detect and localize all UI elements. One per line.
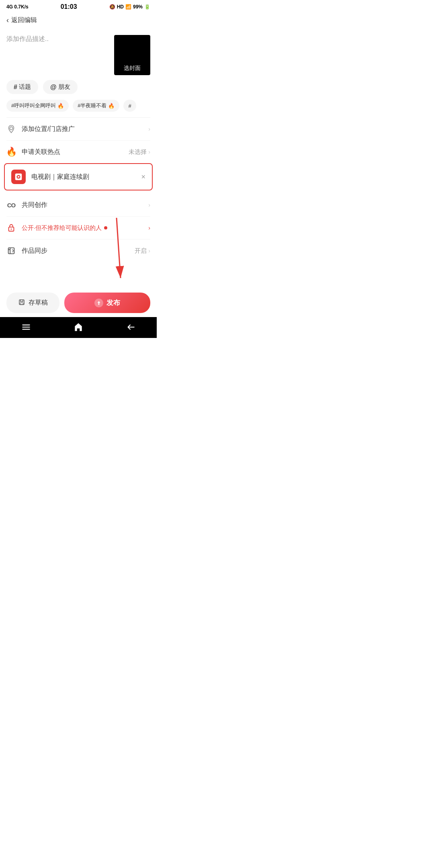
location-label: 添加位置/门店推广	[22, 125, 143, 133]
publish-upload-icon	[94, 299, 103, 307]
battery-icon: 🔋	[144, 4, 150, 10]
save-icon	[18, 299, 25, 307]
hashtag-chip-2-text: #半夜睡不着	[78, 102, 106, 109]
chevron-icon: ›	[148, 126, 150, 132]
svg-rect-12	[22, 327, 30, 328]
privacy-row[interactable]: 公开·但不推荐给可能认识的人 ›	[0, 217, 157, 239]
bottom-bar: 存草稿 发布	[0, 286, 157, 317]
status-bar: 4G 0.7K/s 01:03 🔕 HD 📶 99% 🔋	[0, 0, 157, 12]
back-nav-icon[interactable]	[125, 322, 136, 335]
location-chevron: ›	[148, 126, 150, 132]
hashtag-chip-1[interactable]: #呼叫呼叫全网呼叫 🔥	[6, 100, 69, 112]
location-row[interactable]: 添加位置/门店推广 ›	[0, 118, 157, 140]
tvshow-label: 电视剧｜家庭连续剧	[31, 173, 135, 181]
svg-point-0	[10, 127, 12, 130]
wifi-icon: 📶	[125, 4, 131, 10]
bottom-nav	[0, 317, 157, 338]
home-nav-icon[interactable]	[73, 322, 84, 335]
fire-icon-2: 🔥	[108, 103, 115, 109]
hashtag-chip-3-text: #	[128, 103, 131, 109]
save-draft-button[interactable]: 存草稿	[6, 293, 59, 313]
alarm-icon: 🔕	[109, 4, 115, 10]
privacy-chevron-icon: ›	[148, 225, 150, 231]
status-left: 4G 0.7K/s	[6, 4, 29, 10]
tvshow-icon	[11, 170, 26, 184]
hash-icon: #	[14, 84, 17, 91]
hashtag-chip-3[interactable]: #	[123, 100, 136, 112]
hotspot-label: 申请关联热点	[22, 148, 123, 156]
co-create-icon: CO	[6, 200, 16, 210]
svg-rect-11	[22, 325, 30, 326]
back-label: 返回编辑	[11, 16, 37, 25]
hotspot-chevron: ›	[148, 149, 150, 155]
privacy-label: 公开·但不推荐给可能认识的人	[22, 224, 143, 232]
hd-badge: HD	[117, 4, 124, 10]
at-icon: @	[50, 84, 57, 91]
hashtag-chip-1-text: #呼叫呼叫全网呼叫	[11, 102, 56, 109]
mention-label: 朋友	[58, 83, 70, 91]
hashtag-label: 话题	[19, 83, 31, 91]
spacer-1	[0, 190, 157, 194]
sync-status: 开启	[135, 247, 147, 255]
description-input[interactable]: 添加作品描述..	[6, 35, 109, 67]
svg-rect-13	[22, 329, 30, 330]
status-right: 🔕 HD 📶 99% 🔋	[109, 4, 150, 10]
sync-icon	[6, 246, 16, 256]
svg-point-5	[11, 229, 12, 230]
co-create-row[interactable]: CO 共同创作 ›	[0, 194, 157, 216]
hashtag-suggestions: #呼叫呼叫全网呼叫 🔥 #半夜睡不着 🔥 #	[0, 100, 157, 117]
fire-hotspot-icon: 🔥	[6, 147, 16, 157]
hashtag-button[interactable]: # 话题	[6, 80, 38, 94]
tvshow-row[interactable]: 电视剧｜家庭连续剧 ×	[4, 163, 153, 190]
publish-button[interactable]: 发布	[64, 293, 150, 313]
privacy-dot	[104, 226, 107, 229]
back-arrow-icon: ‹	[6, 16, 9, 25]
sync-value: 开启 ›	[135, 247, 150, 255]
privacy-lock-icon	[6, 223, 16, 233]
mention-button[interactable]: @ 朋友	[43, 80, 78, 94]
sync-chevron-icon: ›	[148, 248, 150, 254]
description-area: 添加作品描述.. 选封面	[0, 29, 157, 80]
back-button[interactable]: ‹ 返回编辑	[6, 16, 37, 25]
battery-level: 99%	[133, 4, 143, 10]
menu-nav-icon[interactable]	[21, 322, 31, 335]
fire-icon-1: 🔥	[57, 103, 64, 109]
sync-row[interactable]: 作品同步 开启 ›	[0, 240, 157, 262]
arrow-spacer	[0, 262, 157, 286]
co-create-label: 共同创作	[22, 201, 143, 209]
tag-buttons-row: # 话题 @ 朋友	[0, 80, 157, 100]
tvshow-close-icon[interactable]: ×	[141, 173, 145, 181]
save-label: 存草稿	[29, 299, 48, 307]
hashtag-chip-2[interactable]: #半夜睡不着 🔥	[73, 100, 119, 112]
sync-label: 作品同步	[22, 247, 129, 255]
status-time: 01:03	[61, 3, 77, 10]
co-text: CO	[7, 202, 16, 209]
hotspot-status: 未选择	[129, 148, 147, 156]
hotspot-value: 未选择 ›	[129, 148, 150, 156]
nav-bar: ‹ 返回编辑	[0, 12, 157, 29]
co-chevron-icon: ›	[148, 202, 150, 208]
hotspot-row[interactable]: 🔥 申请关联热点 未选择 ›	[0, 141, 157, 163]
location-icon	[6, 124, 16, 134]
cover-selector[interactable]: 选封面	[114, 35, 150, 75]
privacy-chevron: ›	[148, 225, 150, 231]
publish-label: 发布	[106, 298, 120, 307]
co-create-chevron: ›	[148, 202, 150, 208]
privacy-text-content: 公开·但不推荐给可能认识的人	[22, 224, 102, 232]
cover-label: 选封面	[124, 65, 141, 72]
